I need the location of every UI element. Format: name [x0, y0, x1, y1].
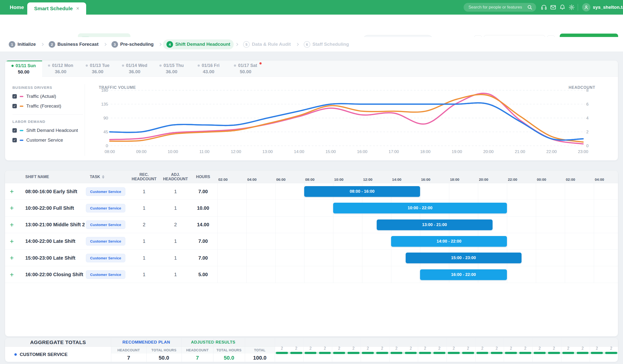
col-task[interactable]: TASK: [90, 171, 104, 183]
expand-row-button[interactable]: +: [5, 233, 19, 250]
adj-headcount-value[interactable]: 2: [161, 216, 190, 233]
step-data-rule-audit[interactable]: 5Data & Rule Audit: [240, 40, 294, 49]
hourly-headcount-value: 2: [576, 346, 590, 351]
home-menu-item[interactable]: Home: [10, 0, 24, 15]
task-badge[interactable]: Customer Service: [86, 204, 125, 213]
svg-text:11:00: 11:00: [199, 150, 209, 154]
hourly-headcount-value: 2: [561, 346, 576, 351]
task-badge[interactable]: Customer Service: [86, 237, 125, 245]
hours-value: 7.00: [190, 183, 216, 200]
hourly-headcount-value: 2: [346, 346, 361, 351]
sort-icon[interactable]: [102, 175, 104, 179]
hours-value: 5.00: [190, 266, 216, 283]
username-label[interactable]: sys_shelton.tan: [593, 0, 623, 15]
table-row: +08:00-16:00 Early ShiftCustomer Service…: [5, 183, 618, 200]
task-badge[interactable]: Customer Service: [86, 187, 125, 196]
rec-headcount-label: HEADCOUNT: [111, 347, 146, 354]
rec-headcount-value: 1: [127, 200, 161, 216]
step-staff-scheduling[interactable]: 6Staff Scheduling: [300, 40, 352, 49]
svg-text:21:00: 21:00: [515, 150, 525, 154]
expand-row-button[interactable]: +: [5, 183, 19, 200]
hourly-headcount-value: 2: [490, 346, 504, 351]
svg-text:135: 135: [101, 102, 108, 107]
adj-headcount-value[interactable]: 1: [161, 233, 190, 250]
rec-headcount-value: 1: [127, 233, 161, 250]
timeline-tick: 04:00: [595, 177, 604, 182]
svg-text:13:00: 13:00: [262, 150, 273, 154]
hourly-headcount-value: 2: [404, 346, 418, 351]
avatar[interactable]: [582, 3, 590, 11]
step-pre-scheduling[interactable]: 3Pre-scheduling: [108, 40, 157, 49]
bell-icon[interactable]: [559, 4, 566, 10]
svg-text:12:00: 12:00: [231, 150, 241, 154]
task-badge[interactable]: Customer Service: [86, 270, 125, 279]
timeline-tick: 14:00: [392, 177, 401, 182]
hourly-headcount-value: 2: [475, 346, 490, 351]
svg-text:18:00: 18:00: [420, 150, 430, 154]
shift-gantt-bar[interactable]: 16:00 - 22:00: [420, 269, 507, 280]
hourly-headcount-value: 2: [418, 346, 432, 351]
aggregate-column-divider: [181, 338, 182, 362]
adj-headcount-value[interactable]: 1: [161, 200, 190, 216]
hourly-headcount-value: 2: [332, 346, 346, 351]
step-label: Business Forecast: [57, 42, 99, 47]
svg-text:22:00: 22:00: [546, 150, 557, 154]
rec-headcount-value: 1: [127, 266, 161, 283]
task-badge[interactable]: Customer Service: [86, 254, 125, 262]
step-business-forecast[interactable]: 2Business Forecast: [45, 40, 102, 49]
shift-table-card: SHIFT NAME TASK REC. HEADCOUNT ADJ. HEAD…: [5, 170, 618, 337]
expand-row-button[interactable]: +: [5, 216, 19, 233]
shift-gantt-bar[interactable]: 08:00 - 16:00: [304, 186, 420, 197]
hourly-coverage-bar: [548, 352, 560, 354]
close-icon[interactable]: ×: [76, 6, 79, 11]
svg-text:10:00: 10:00: [168, 150, 178, 154]
hourly-coverage-bar: [605, 352, 617, 354]
search-input[interactable]: Search for people or features: [464, 3, 536, 12]
hourly-coverage-bar: [476, 352, 489, 354]
shift-gantt-bar[interactable]: 10:00 - 22:00: [333, 203, 507, 214]
aggregate-grid-line: [590, 338, 590, 362]
topbar-divider: [578, 4, 578, 11]
hourly-headcount-value: 2: [389, 346, 404, 351]
rec-headcount-value: 1: [127, 183, 161, 200]
demand-chart-card: 01/11 Sun50.0001/12 Mon36.0001/13 Tue36.…: [5, 60, 618, 161]
task-badge[interactable]: Customer Service: [86, 220, 125, 229]
adj-total-hours-value: 50.0: [213, 354, 245, 362]
shift-gantt-bar[interactable]: 13:00 - 21:00: [377, 219, 492, 230]
adj-headcount-value[interactable]: 1: [161, 250, 190, 266]
step-initialize[interactable]: 1Initialize: [5, 40, 39, 49]
hourly-coverage-bar: [562, 352, 574, 354]
svg-text:TRAFFIC VOLUME: TRAFFIC VOLUME: [99, 86, 136, 89]
hourly-headcount-value: 2: [318, 346, 332, 351]
smart-schedule-tab[interactable]: Smart Schedule ×: [27, 2, 86, 15]
headset-icon[interactable]: [541, 4, 547, 10]
hourly-coverage-bar: [362, 352, 374, 354]
adj-headcount-value[interactable]: 1: [161, 266, 190, 283]
hourly-coverage-bar: [276, 352, 288, 354]
page-header: Schedule Generation TOTAL WEEKLY HOURS 2…: [0, 15, 623, 37]
step-separator-icon: [103, 43, 107, 46]
svg-text:2: 2: [586, 130, 588, 134]
table-row: +14:00-22:00 Late ShiftCustomer Service1…: [5, 233, 618, 250]
expand-row-button[interactable]: +: [5, 200, 19, 216]
timeline-tick: 04:00: [247, 177, 257, 182]
aggregate-grid-line: [446, 338, 447, 362]
step-label: Staff Scheduling: [312, 42, 349, 47]
aggregate-grid-line: [418, 338, 418, 362]
col-shift-name: SHIFT NAME: [25, 171, 49, 183]
hourly-coverage-bar: [591, 352, 603, 354]
aggregate-totals-title: AGGREGATE TOTALS: [5, 338, 111, 347]
shift-gantt-bar[interactable]: 14:00 - 22:00: [391, 236, 507, 247]
mail-icon[interactable]: [550, 4, 556, 10]
shift-gantt-bar[interactable]: 15:00 - 23:00: [406, 253, 522, 263]
hourly-headcount-value: 2: [432, 346, 446, 351]
svg-text:6: 6: [586, 102, 588, 107]
step-shift-demand-headcount[interactable]: 4Shift Demand Headcount: [163, 40, 234, 49]
gear-icon[interactable]: [569, 4, 575, 10]
adj-headcount-value[interactable]: 1: [161, 183, 190, 200]
total-label: TOTAL: [245, 347, 275, 354]
expand-row-button[interactable]: +: [5, 266, 19, 283]
adj-headcount-label: HEADCOUNT: [181, 347, 213, 354]
expand-row-button[interactable]: +: [5, 250, 19, 266]
series-line-traffic-forecast-: [110, 94, 583, 142]
